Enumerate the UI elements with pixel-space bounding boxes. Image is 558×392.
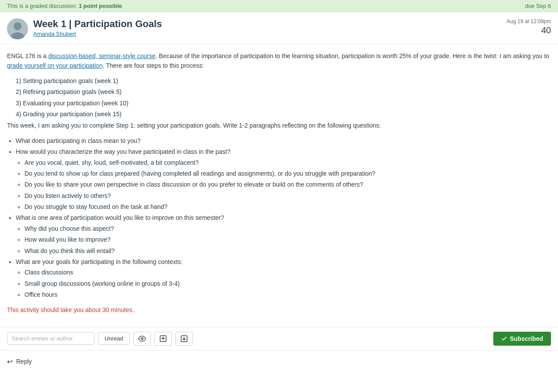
step-2: 2) Refining participation goals (week 5) <box>16 87 551 97</box>
expand-icon-button[interactable] <box>175 332 193 346</box>
collapse-icon-button[interactable] <box>154 332 172 346</box>
step-3: 3) Evaluating your participation (week 1… <box>16 98 551 108</box>
intro-paragraph: ENGL 176 is a discussion-based, seminar-… <box>7 51 551 71</box>
subscribed-label: Subscribed <box>510 335 543 342</box>
question-2-sub: Are you vocal, quiet, shy, loud, self-mo… <box>24 158 551 212</box>
q2-sub-1: Are you vocal, quiet, shy, loud, self-mo… <box>24 158 551 167</box>
post-toolbar: Unread Subscribed <box>0 327 558 350</box>
reply-bar[interactable]: ↩ Reply <box>0 350 558 373</box>
steps-list: 1) Setting participation goals (week 1) … <box>16 76 551 119</box>
q4-sub-3: Office hours <box>24 290 551 299</box>
question-4: What are your goals for participating in… <box>16 257 551 300</box>
q3-sub-3: What do you think this will entail? <box>24 246 551 256</box>
grade-link[interactable]: grade yourself on your participation <box>7 62 103 69</box>
reply-icon: ↩ <box>7 357 13 366</box>
question-3-sub: Why did you choose this aspect? How woul… <box>24 224 551 256</box>
post-meta: Aug 19 at 12:08pm 40 <box>507 18 551 35</box>
avatar <box>7 18 28 39</box>
search-input[interactable] <box>7 332 94 345</box>
banner-points: 1 point possible <box>79 3 122 9</box>
banner-left: This is a graded discussion: 1 point pos… <box>7 3 122 9</box>
reply-label: Reply <box>16 358 32 365</box>
post-title: Week 1 | Participation Goals <box>33 18 507 30</box>
q4-sub-1: Class discussions <box>24 267 551 277</box>
step-1: 1) Setting participation goals (week 1) <box>16 76 551 86</box>
graded-banner: This is a graded discussion: 1 point pos… <box>0 0 558 12</box>
subscribed-button[interactable]: Subscribed <box>493 332 551 346</box>
prompt-text: This week, I am asking you to complete S… <box>7 121 551 130</box>
unread-label: Unread <box>105 335 123 342</box>
question-1: What does participating in class mean to… <box>16 136 551 146</box>
q2-sub-4: Do you listen actively to others? <box>24 191 551 201</box>
discussion-link[interactable]: discussion-based, seminar-style course <box>48 52 155 59</box>
eye-icon <box>138 335 146 343</box>
preview-icon-button[interactable] <box>133 332 151 346</box>
svg-point-3 <box>141 338 143 340</box>
post-count: 40 <box>507 25 551 35</box>
post-body: ENGL 176 is a discussion-based, seminar-… <box>0 44 558 327</box>
expand-icon <box>180 335 188 343</box>
post-author[interactable]: Amanda Shubert <box>33 31 507 37</box>
q3-sub-2: How would you like to improve? <box>24 235 551 244</box>
q2-sub-5: Do you struggle to stay focused on the t… <box>24 202 551 212</box>
activity-note: This activity should take you about 30 m… <box>7 305 551 315</box>
unread-button[interactable]: Unread <box>98 332 130 345</box>
collapse-icon <box>159 335 167 343</box>
svg-point-1 <box>14 22 21 30</box>
q2-sub-2: Do you tend to show up for class prepare… <box>24 169 551 178</box>
post-title-block: Week 1 | Participation Goals Amanda Shub… <box>33 18 507 37</box>
post-header: Week 1 | Participation Goals Amanda Shub… <box>0 12 558 44</box>
q3-sub-1: Why did you choose this aspect? <box>24 224 551 233</box>
banner-prefix: This is a graded discussion: <box>7 3 79 9</box>
banner-due: due Sep 6 <box>525 3 551 9</box>
main-questions: What does participating in class mean to… <box>16 136 551 300</box>
question-3: What is one area of participation would … <box>16 213 551 256</box>
step-4: 4) Grading your participation (week 15) <box>16 109 551 119</box>
q2-sub-3: Do you like to share your own perspectiv… <box>24 180 551 189</box>
post-date: Aug 19 at 12:08pm <box>507 18 551 24</box>
question-4-sub: Class discussions Small group discussion… <box>24 267 551 299</box>
check-icon <box>501 336 507 342</box>
question-2: How would you characterize the way you h… <box>16 147 551 212</box>
q4-sub-2: Small group discussions (working online … <box>24 279 551 288</box>
